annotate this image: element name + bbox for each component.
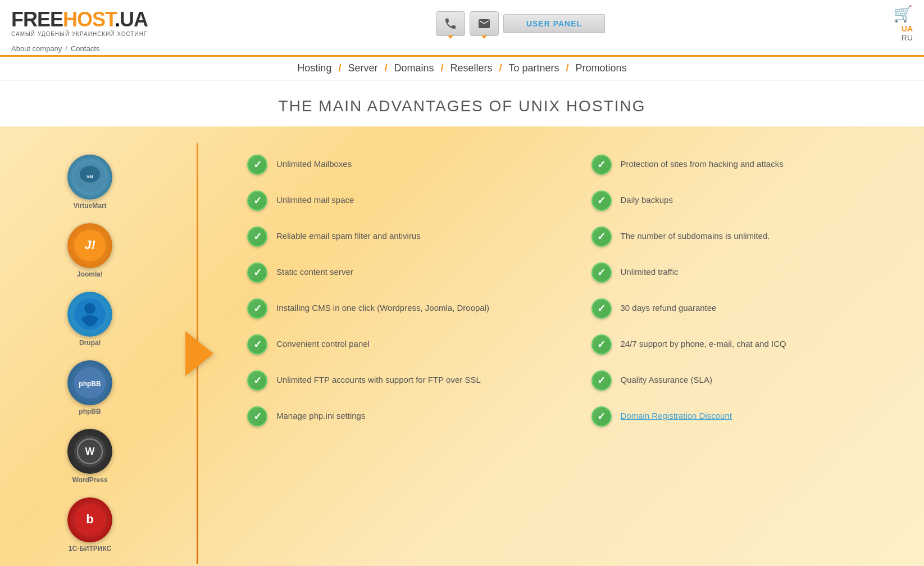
check-icon-2: ✓ — [247, 191, 267, 211]
logo[interactable]: FREEHOST.UA — [11, 10, 148, 30]
wordpress-logo-circle: W — [67, 429, 112, 474]
feature-text-r7: Quality Assurance (SLA) — [621, 370, 712, 386]
feature-text-r2: Daily backups — [621, 191, 673, 206]
mail-icon-button[interactable] — [470, 11, 499, 36]
feature-text-r6: 24/7 support by phone, e-mail, chat and … — [621, 334, 786, 350]
feature-item: ✓ Daily backups — [591, 191, 902, 211]
cart-area: 🛒 — [893, 4, 913, 23]
feature-item: ✓ Convenient control panel — [247, 334, 558, 355]
nav-promotions[interactable]: Promotions — [569, 62, 634, 74]
phpbb-logo-circle: phpBB — [67, 360, 112, 405]
feature-item: ✓ Static content server — [247, 262, 558, 283]
user-panel-button[interactable]: USER PANEL — [503, 14, 605, 33]
logo-free-text: FREE — [11, 8, 63, 31]
check-icon-r6: ✓ — [591, 334, 612, 355]
nav-domains[interactable]: Domains — [387, 62, 440, 74]
feature-text-5: Installing CMS in one click (Wordpress, … — [276, 298, 489, 314]
feature-item: ✓ Unlimited mail space — [247, 191, 558, 211]
contacts-link[interactable]: Contacts — [71, 44, 99, 53]
svg-point-6 — [84, 303, 95, 314]
logos-panel: VM VirtueMart J! Joomla! D — [0, 143, 180, 564]
check-icon-3: ✓ — [247, 227, 267, 247]
feature-text-1: Unlimited Mailboxes — [276, 155, 352, 170]
logo-subtitle: САМЫЙ УДОБНЫЙ УКРАИНСКИЙ ХОСТИНГ — [11, 31, 148, 37]
features-area: ✓ Unlimited Mailboxes ✓ Unlimited mail s… — [213, 143, 924, 564]
arrow-shape — [185, 331, 213, 376]
feature-text-r5: 30 days refund guarantee — [621, 298, 717, 314]
check-icon-7: ✓ — [247, 370, 267, 391]
nav-sep-1: / — [65, 44, 67, 53]
wordpress-label: WordPress — [72, 476, 107, 484]
feature-item: ✓ 24/7 support by phone, e-mail, chat an… — [591, 334, 902, 355]
svg-text:J!: J! — [84, 238, 95, 252]
feature-text-8: Manage php.ini settings — [276, 406, 365, 422]
feature-text-r3: The number of subdomains is unlimited. — [621, 227, 770, 242]
feature-item: ✓ Reliable email spam filter and antivir… — [247, 227, 558, 247]
check-icon-r8: ✓ — [591, 406, 612, 427]
nav-to-partners[interactable]: To partners — [502, 62, 566, 74]
feature-item: ✓ 30 days refund guarantee — [591, 298, 902, 319]
logo-host-text: HOST — [63, 8, 115, 31]
page-title: THE MAIN ADVANTAGES OF UNIX HOSTING — [11, 97, 913, 115]
logo-phpbb: phpBB phpBB — [67, 360, 112, 415]
phone-icon-button[interactable] — [436, 11, 465, 36]
cart-icon[interactable]: 🛒 — [893, 4, 913, 23]
svg-text:b: b — [86, 512, 93, 526]
joomla-logo-circle: J! — [67, 223, 112, 268]
feature-text-r1: Protection of sites from hacking and att… — [621, 155, 784, 170]
arrow-divider — [180, 143, 213, 564]
check-icon-5: ✓ — [247, 298, 267, 319]
feature-text-2: Unlimited mail space — [276, 191, 354, 206]
about-company-link[interactable]: About company — [11, 44, 62, 53]
drupal-logo-circle — [67, 292, 112, 337]
phpbb-logo-svg: phpBB — [73, 366, 107, 400]
joomla-logo-svg: J! — [73, 229, 107, 262]
check-icon-r2: ✓ — [591, 191, 612, 211]
feature-text-7: Unlimited FTP accounts with support for … — [276, 370, 481, 386]
logo-ua-text: UA — [120, 8, 148, 31]
logo-drupal: Drupal — [67, 292, 112, 347]
domain-registration-link[interactable]: Domain Registration Discount — [621, 406, 732, 422]
feature-text-6: Convenient control panel — [276, 334, 370, 350]
virtuemart-logo: VM — [67, 155, 112, 200]
page-title-section: THE MAIN ADVANTAGES OF UNIX HOSTING — [0, 80, 924, 126]
nav-resellers[interactable]: Resellers — [443, 62, 499, 74]
drupal-logo-svg — [73, 297, 107, 331]
nav-hosting[interactable]: Hosting — [290, 62, 338, 74]
feature-item: ✓ Unlimited FTP accounts with support fo… — [247, 370, 558, 391]
phpbb-label: phpBB — [79, 407, 101, 415]
nav-server[interactable]: Server — [341, 62, 384, 74]
content-area: VM VirtueMart J! Joomla! D — [0, 126, 924, 566]
feature-item: ✓ Domain Registration Discount — [591, 406, 902, 427]
main-nav: Hosting / Server / Domains / Resellers /… — [11, 57, 913, 80]
header-center: USER PANEL — [436, 11, 605, 36]
feature-item: ✓ Unlimited Mailboxes — [247, 155, 558, 175]
phone-icon — [444, 17, 457, 30]
virtuemart-logo-svg: VM — [73, 160, 107, 194]
logo-dot-text: . — [115, 8, 120, 31]
bitrix-logo-circle: b — [67, 497, 112, 542]
svg-text:VM: VM — [87, 174, 93, 179]
feature-item: ✓ Installing CMS in one click (Wordpress… — [247, 298, 558, 319]
feature-item: ✓ The number of subdomains is unlimited. — [591, 227, 902, 247]
check-icon-8: ✓ — [247, 406, 267, 427]
lang-ru-button[interactable]: RU — [902, 33, 913, 42]
features-column-right: ✓ Protection of sites from hacking and a… — [591, 155, 902, 553]
mail-icon — [477, 17, 491, 30]
svg-text:W: W — [85, 446, 95, 457]
logo-area: FREEHOST.UA САМЫЙ УДОБНЫЙ УКРАИНСКИЙ ХОС… — [11, 10, 148, 37]
check-icon-6: ✓ — [247, 334, 267, 355]
virtuemart-label: VirtueMart — [73, 202, 106, 210]
svg-text:phpBB: phpBB — [79, 380, 101, 388]
check-icon-4: ✓ — [247, 262, 267, 283]
wordpress-logo-svg: W — [73, 434, 107, 468]
secondary-nav: About company / Contacts — [11, 44, 99, 53]
check-icon-r1: ✓ — [591, 155, 612, 175]
feature-text-r4: Unlimited traffic — [621, 262, 679, 278]
lang-ua-button[interactable]: UA — [902, 24, 913, 33]
main-nav-bar: Hosting / Server / Domains / Resellers /… — [0, 55, 924, 80]
feature-item: ✓ Quality Assurance (SLA) — [591, 370, 902, 391]
feature-text-4: Static content server — [276, 262, 353, 278]
bitrix-logo-svg: b — [73, 503, 107, 537]
logo-wordpress: W WordPress — [67, 429, 112, 484]
